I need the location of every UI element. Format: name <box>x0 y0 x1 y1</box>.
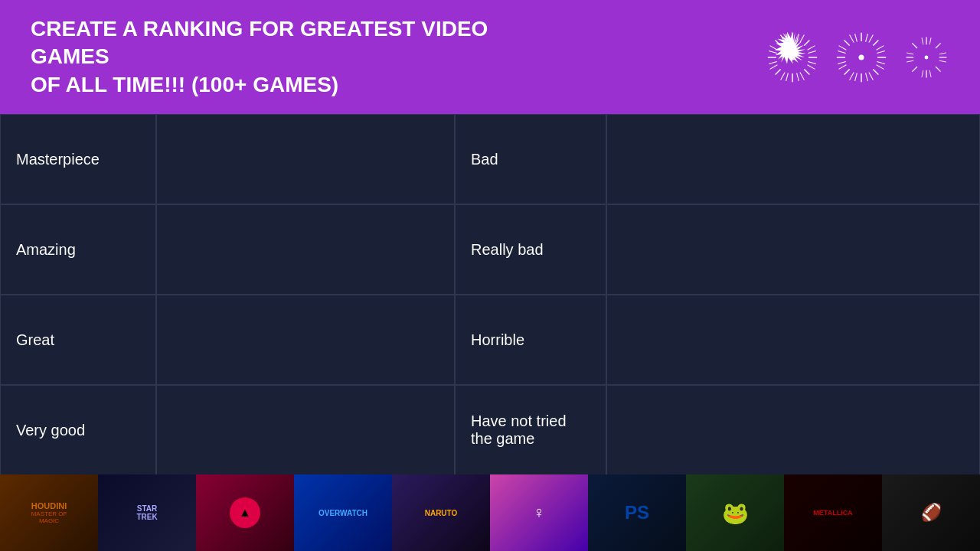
svg-line-38 <box>838 51 846 53</box>
svg-line-48 <box>869 34 874 42</box>
label-masterpiece: Masterpiece <box>0 114 156 204</box>
svg-line-36 <box>866 34 868 42</box>
svg-line-33 <box>844 69 850 74</box>
svg-line-14 <box>808 61 816 64</box>
svg-line-42 <box>839 45 847 50</box>
svg-line-55 <box>912 43 917 48</box>
content-have-not-tried[interactable] <box>606 385 980 475</box>
svg-line-20 <box>808 45 815 50</box>
svg-line-22 <box>800 72 805 80</box>
svg-line-37 <box>855 73 858 81</box>
svg-line-10 <box>797 73 799 81</box>
svg-line-19 <box>770 64 778 69</box>
svg-line-46 <box>850 34 854 42</box>
svg-point-50 <box>859 54 864 60</box>
thumbnail-squid-game: ▲ <box>196 474 294 551</box>
label-great: Great <box>0 295 156 385</box>
svg-line-24 <box>781 72 786 80</box>
header-icons <box>766 31 949 84</box>
starburst-icon-1 <box>766 31 819 84</box>
svg-line-16 <box>808 51 816 53</box>
content-bad[interactable] <box>606 114 980 204</box>
thumbnail-anime-girl: ♀ <box>490 474 588 551</box>
svg-line-8 <box>776 69 781 74</box>
ranking-grid: Masterpiece Bad Amazing Really bad Great… <box>0 114 980 475</box>
svg-line-56 <box>936 67 941 72</box>
svg-line-23 <box>800 34 805 42</box>
thumbnail-playstation: PS <box>588 474 686 551</box>
thumbnail-naruto: NARUTO <box>392 474 490 551</box>
content-amazing[interactable] <box>156 204 455 295</box>
label-have-not-tried: Have not tried the game <box>455 385 606 475</box>
label-horrible: Horrible <box>455 295 606 385</box>
svg-line-15 <box>769 61 777 64</box>
svg-line-59 <box>922 37 923 44</box>
thumbnail-overwatch: OVERWATCH <box>294 474 392 551</box>
svg-line-17 <box>770 45 778 50</box>
svg-line-64 <box>939 60 946 62</box>
svg-line-61 <box>929 37 931 44</box>
svg-line-39 <box>877 61 885 64</box>
thumbnail-metallica: METALLICA <box>784 474 882 551</box>
svg-line-7 <box>804 40 809 45</box>
svg-line-57 <box>936 43 941 48</box>
svg-line-31 <box>873 69 878 74</box>
svg-line-30 <box>844 40 850 45</box>
svg-line-63 <box>906 53 913 54</box>
svg-line-43 <box>877 64 884 69</box>
label-amazing: Amazing <box>0 204 156 295</box>
content-great[interactable] <box>156 295 455 385</box>
svg-line-12 <box>786 73 789 81</box>
svg-line-65 <box>906 60 913 62</box>
svg-line-32 <box>873 40 878 45</box>
svg-line-49 <box>850 72 854 80</box>
thumbnail-frog: 🐸 <box>686 474 784 551</box>
svg-line-45 <box>877 45 884 50</box>
thumbnail-houdini: HOUDINI MASTER OF MAGIC <box>0 474 98 551</box>
svg-point-25 <box>790 54 795 60</box>
svg-line-34 <box>855 34 858 42</box>
svg-line-35 <box>866 73 868 81</box>
svg-point-67 <box>925 55 929 59</box>
content-masterpiece[interactable] <box>156 114 455 204</box>
svg-line-44 <box>839 64 847 69</box>
label-very-good: Very good <box>0 385 156 475</box>
svg-line-40 <box>838 61 846 64</box>
svg-line-13 <box>769 51 777 53</box>
content-horrible[interactable] <box>606 295 980 385</box>
page-header: CREATE A RANKING FOR GREATEST VIDEO GAME… <box>0 0 980 114</box>
svg-line-18 <box>808 64 815 69</box>
starburst-icon-3 <box>903 34 949 80</box>
label-really-bad: Really bad <box>455 204 606 295</box>
svg-line-60 <box>929 70 931 77</box>
starburst-icon-2 <box>835 31 888 84</box>
content-very-good[interactable] <box>156 385 455 475</box>
content-really-bad[interactable] <box>606 204 980 295</box>
page-title: CREATE A RANKING FOR GREATEST VIDEO GAME… <box>31 15 551 99</box>
svg-line-62 <box>922 70 923 77</box>
svg-line-58 <box>912 67 917 72</box>
thumbnails-row: HOUDINI MASTER OF MAGIC STARTREK ▲ OVERW… <box>0 474 980 551</box>
svg-line-66 <box>939 53 946 54</box>
thumbnail-star-trek: STARTREK <box>98 474 196 551</box>
thumbnail-football: 🏈 <box>882 474 980 551</box>
svg-line-41 <box>877 51 885 53</box>
svg-line-6 <box>804 69 809 74</box>
svg-line-47 <box>869 72 874 80</box>
label-bad: Bad <box>455 114 606 204</box>
svg-line-5 <box>776 40 781 45</box>
